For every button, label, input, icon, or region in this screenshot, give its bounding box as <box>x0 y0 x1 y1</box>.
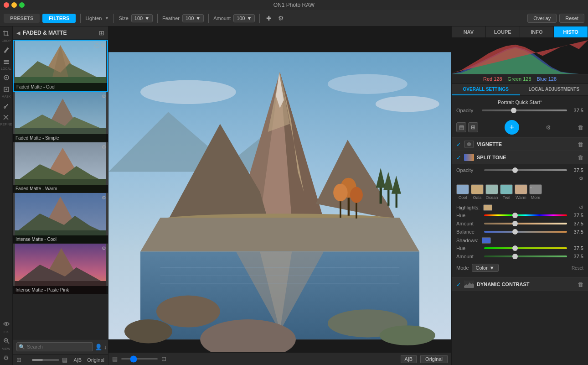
amount-dropdown[interactable]: 100 ▼ <box>233 14 255 22</box>
import-icon[interactable]: ↓ <box>104 344 107 350</box>
ab-button[interactable]: A|B <box>401 355 417 363</box>
panel-settings-gear[interactable]: ⚙ <box>546 124 551 131</box>
st-opacity-thumb[interactable] <box>512 167 518 173</box>
crop-tool[interactable] <box>1 28 12 39</box>
shadow-amount-slider[interactable] <box>484 256 567 257</box>
fit-icon[interactable]: ⊡ <box>161 355 166 362</box>
tab-histo[interactable]: HISTO <box>554 26 588 37</box>
mode-dropdown[interactable]: Color ▼ <box>472 264 499 272</box>
trash-icon[interactable]: 🗑 <box>578 124 583 131</box>
opacity-label: Opacity <box>456 108 479 113</box>
balance-thumb[interactable] <box>512 229 518 235</box>
preset-settings-icon-2[interactable]: ⚙ <box>102 94 106 99</box>
vignette-delete[interactable]: 🗑 <box>578 141 583 148</box>
brush-tool[interactable] <box>1 100 12 111</box>
shadow-hue-thumb[interactable] <box>512 245 518 251</box>
opacity-thumb[interactable] <box>511 108 516 113</box>
zoom-tool[interactable] <box>1 335 12 346</box>
preset-settings-icon[interactable]: ⚙ <box>101 42 105 49</box>
effects-tool[interactable] <box>1 72 12 83</box>
list-item[interactable]: ⚙ Faded Matte - Simple <box>13 92 108 142</box>
back-button[interactable]: ◀ <box>16 30 20 36</box>
tab-nav[interactable]: NAV <box>452 26 486 37</box>
list-item[interactable]: ⚙ Intense Matte - Paste Pink <box>13 244 108 294</box>
grid-icon[interactable]: ⊞ <box>16 356 21 363</box>
feather-dropdown[interactable]: 100 ▼ <box>182 14 204 22</box>
settings-icon[interactable]: ⚙ <box>276 14 286 23</box>
highlights-reset[interactable]: ↺ <box>579 204 583 211</box>
maximize-button[interactable] <box>19 2 25 8</box>
tab-overall-settings[interactable]: OVERALL SETTINGS <box>452 84 520 95</box>
ab-label: A|B <box>74 357 82 363</box>
split-tone-reset[interactable]: Reset <box>572 266 583 271</box>
paint-tool[interactable] <box>1 44 12 55</box>
more-swatch[interactable]: ··· <box>529 184 542 194</box>
reset-button[interactable]: Reset <box>559 14 584 23</box>
hue-slider[interactable] <box>484 214 567 216</box>
settings-tool[interactable]: ⚙ <box>1 352 12 363</box>
overlay-button[interactable]: Overlay <box>527 14 557 23</box>
split-tone-checkbox[interactable]: ✓ <box>456 154 461 161</box>
ocean-swatch[interactable] <box>485 184 498 194</box>
color-cool[interactable]: Cool <box>456 184 469 200</box>
balance-slider[interactable] <box>484 231 567 233</box>
hue-thumb[interactable] <box>512 213 518 218</box>
split-tone-settings[interactable]: ⚙ <box>579 176 583 182</box>
list-item[interactable]: ⓘ ⚙ Faded Matte - Cool <box>13 40 108 92</box>
list-icon[interactable]: ▤ <box>62 356 67 363</box>
split-tone-delete[interactable]: 🗑 <box>578 154 583 161</box>
warm-swatch[interactable] <box>515 184 527 194</box>
color-teal[interactable]: Teal <box>500 184 513 200</box>
mask-tool[interactable] <box>1 84 12 95</box>
teal-swatch[interactable] <box>500 184 513 194</box>
zoom-slider[interactable] <box>32 359 59 361</box>
shadow-amount-thumb[interactable] <box>512 254 518 259</box>
tab-loupe[interactable]: LOUPE <box>486 26 520 37</box>
amount-slider[interactable] <box>484 223 567 224</box>
zoom-slider[interactable] <box>121 358 158 360</box>
refine-tool[interactable] <box>0 112 11 123</box>
minimize-button[interactable] <box>11 2 17 8</box>
highlights-swatch[interactable] <box>483 204 492 211</box>
eye-tool[interactable] <box>1 318 12 329</box>
opacity-slider[interactable] <box>482 110 567 111</box>
preset-settings-icon-4[interactable]: ⚙ <box>102 195 106 201</box>
cool-swatch[interactable] <box>456 184 469 194</box>
shadow-hue-slider[interactable] <box>484 247 567 249</box>
local-tool[interactable] <box>1 56 12 67</box>
color-ocean[interactable]: Ocean <box>485 184 498 200</box>
filters-tab[interactable]: FILTERS <box>42 14 76 23</box>
layout-icon[interactable]: ▤ <box>112 355 118 362</box>
preset-settings-icon-5[interactable]: ⚙ <box>102 245 106 251</box>
original-button[interactable]: Original <box>420 355 448 363</box>
color-warm[interactable]: Warm <box>515 184 527 200</box>
presets-tab[interactable]: PRESETS <box>4 14 40 23</box>
dc-delete[interactable]: 🗑 <box>578 281 583 288</box>
preset-info-icon[interactable]: ⓘ <box>94 42 99 49</box>
add-filter-button[interactable]: + <box>505 120 519 135</box>
st-opacity-slider[interactable] <box>484 169 567 171</box>
window-controls[interactable] <box>4 2 25 8</box>
grid-view-icon-small[interactable]: ⊞ <box>468 122 478 132</box>
main-image-view[interactable]: ▤ ⊡ A|B Original <box>108 26 451 365</box>
vignette-checkbox[interactable]: ✓ <box>456 141 461 148</box>
tab-info[interactable]: INFO <box>520 26 554 37</box>
preset-settings-icon-3[interactable]: ⚙ <box>102 144 106 150</box>
color-more[interactable]: ··· More <box>529 184 542 200</box>
search-input[interactable] <box>16 342 93 351</box>
amount-thumb[interactable] <box>512 221 518 226</box>
size-dropdown[interactable]: 100 ▼ <box>131 14 153 22</box>
st-opacity-value: 37.5 <box>570 167 583 173</box>
stack-view-icon[interactable]: ▤ <box>456 122 466 132</box>
tab-local-adjustments[interactable]: LOCAL ADJUSTMENTS <box>520 84 588 95</box>
color-oats[interactable]: Oats <box>471 184 484 200</box>
shadows-swatch[interactable] <box>482 237 491 244</box>
eyedropper-icon[interactable]: ✚ <box>264 14 273 23</box>
list-item[interactable]: ⚙ Faded Matte - Warm <box>13 142 108 193</box>
dc-checkbox[interactable]: ✓ <box>456 281 461 288</box>
person-icon[interactable]: 👤 <box>95 344 102 350</box>
oats-swatch[interactable] <box>471 184 484 194</box>
close-button[interactable] <box>4 2 9 8</box>
grid-view-icon[interactable]: ⊞ <box>99 29 104 36</box>
list-item[interactable]: ⚙ Intense Matte - Cool <box>13 193 108 244</box>
